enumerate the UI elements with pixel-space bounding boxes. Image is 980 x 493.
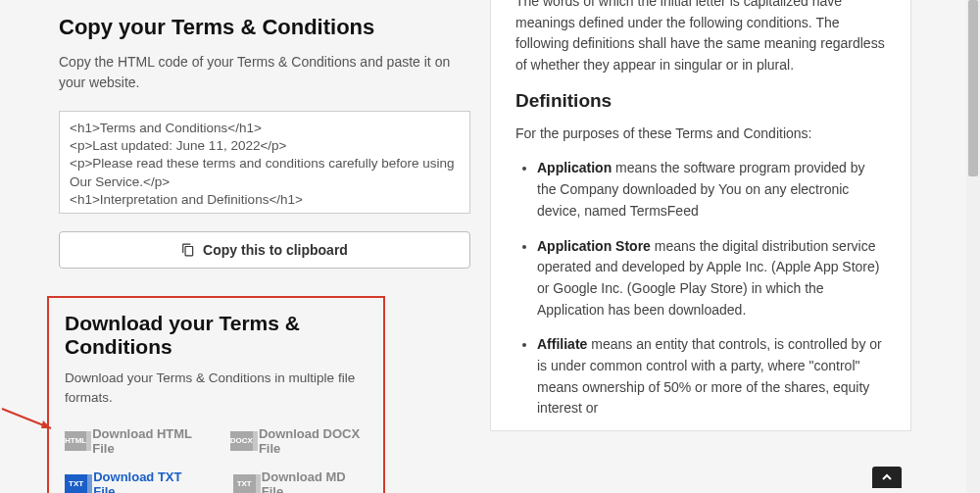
download-txt-label: Download TXT File <box>93 469 203 494</box>
preview-panel: The words of which the initial letter is… <box>490 0 911 431</box>
page-scrollbar-thumb[interactable] <box>968 0 978 176</box>
definition-application: Application means the software program p… <box>537 158 886 222</box>
code-textarea[interactable] <box>59 111 470 214</box>
download-html-link[interactable]: HTML Download HTML File <box>65 426 201 456</box>
definitions-lead: For the purposes of these Terms and Cond… <box>515 123 886 145</box>
clipboard-icon <box>181 243 195 257</box>
download-title: Download your Terms & Conditions <box>65 312 368 359</box>
download-subtext: Download your Terms & Conditions in mult… <box>65 369 368 409</box>
download-md-link[interactable]: TXT Download MD File <box>233 469 368 494</box>
download-txt-link[interactable]: TXT Download TXT File <box>65 469 204 494</box>
copy-title: Copy your Terms & Conditions <box>59 15 461 40</box>
txt-file-icon: TXT <box>65 474 87 494</box>
docx-file-icon: DOCX <box>230 431 253 451</box>
download-html-label: Download HTML File <box>92 426 201 456</box>
download-docx-label: Download DOCX File <box>259 426 368 456</box>
definition-affiliate: Affiliate means an entity that controls,… <box>537 334 886 419</box>
copy-subtext: Copy the HTML code of your Terms & Condi… <box>59 52 461 93</box>
html-file-icon: HTML <box>65 431 86 451</box>
copy-to-clipboard-button[interactable]: Copy this to clipboard <box>59 231 470 269</box>
copy-button-label: Copy this to clipboard <box>203 242 348 258</box>
interpretation-paragraph: The words of which the initial letter is… <box>515 0 886 76</box>
definitions-heading: Definitions <box>515 90 886 112</box>
scroll-top-button[interactable] <box>872 467 902 488</box>
download-md-label: Download MD File <box>262 469 368 494</box>
definition-application-store: Application Store means the digital dist… <box>537 236 886 321</box>
download-docx-link[interactable]: DOCX Download DOCX File <box>230 426 368 456</box>
chevron-up-icon <box>882 472 892 482</box>
download-section: Download your Terms & Conditions Downloa… <box>47 296 385 493</box>
page-scrollbar[interactable] <box>966 0 980 493</box>
md-file-icon: TXT <box>233 474 256 494</box>
